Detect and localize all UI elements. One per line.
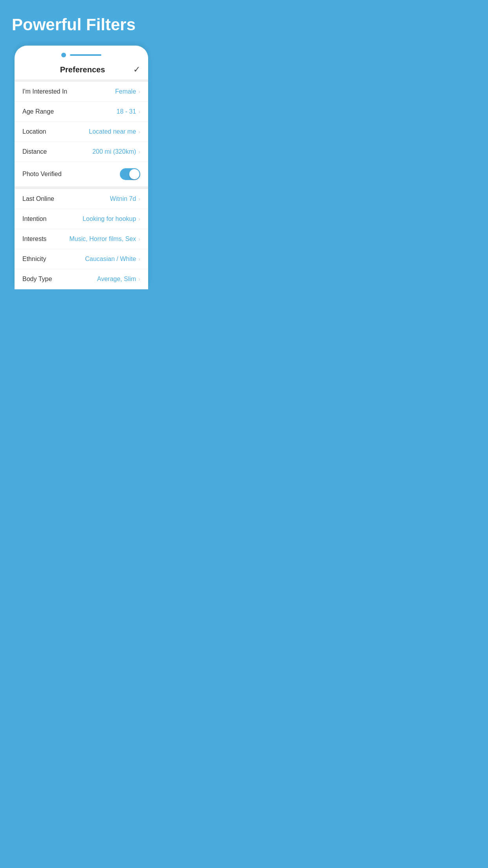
photo-verified-toggle[interactable]: [120, 168, 140, 180]
pref-value-row-last-online: Witnin 7d ›: [110, 195, 140, 202]
pref-value-last-online: Witnin 7d: [110, 195, 136, 202]
pref-label-age-range: Age Range: [22, 108, 54, 115]
indicator-dot: [61, 53, 66, 57]
pref-label-interests: Interests: [22, 235, 46, 243]
pref-value-row-intention: Looking for hookup ›: [83, 215, 140, 223]
pref-row-interests[interactable]: Interests Music, Horror films, Sex ›: [15, 229, 148, 249]
pref-label-photo-verified: Photo Verified: [22, 171, 62, 178]
pref-value-row-interested-in: Female ›: [115, 88, 140, 95]
pref-value-row-interests: Music, Horror films, Sex ›: [70, 235, 140, 243]
indicator-line: [70, 54, 101, 56]
pref-row-photo-verified[interactable]: Photo Verified: [15, 162, 148, 187]
toggle-container-photo-verified: [120, 168, 140, 180]
pref-row-location[interactable]: Location Located near me ›: [15, 122, 148, 142]
pref-row-last-online[interactable]: Last Online Witnin 7d ›: [15, 189, 148, 209]
chevron-icon-interested-in: ›: [138, 88, 140, 95]
pref-label-last-online: Last Online: [22, 195, 54, 202]
pref-value-location: Located near me: [89, 128, 136, 135]
pref-value-interests: Music, Horror films, Sex: [70, 235, 136, 243]
pref-label-location: Location: [22, 128, 46, 135]
pref-value-row-body-type: Average, Slim ›: [97, 276, 140, 283]
chevron-icon-last-online: ›: [138, 196, 140, 202]
chevron-icon-intention: ›: [138, 216, 140, 222]
pref-row-age-range[interactable]: Age Range 18 - 31 ›: [15, 102, 148, 122]
pref-label-distance: Distance: [22, 148, 47, 155]
pref-row-ethnicity[interactable]: Ethnicity Caucasian / White ›: [15, 249, 148, 269]
chevron-icon-location: ›: [138, 129, 140, 135]
chevron-icon-interests: ›: [138, 236, 140, 242]
indicator-row: [15, 46, 148, 61]
pref-value-distance: 200 mi (320km): [92, 148, 136, 155]
pref-value-row-distance: 200 mi (320km) ›: [92, 148, 140, 155]
pref-label-interested-in: I'm Interested In: [22, 88, 67, 95]
pref-value-intention: Looking for hookup: [83, 215, 136, 223]
preferences-header: Preferences ✓: [15, 61, 148, 79]
chevron-icon-body-type: ›: [138, 276, 140, 282]
pref-label-ethnicity: Ethnicity: [22, 256, 46, 263]
pref-value-body-type: Average, Slim: [97, 276, 136, 283]
checkmark-icon[interactable]: ✓: [133, 64, 140, 75]
pref-row-interested-in[interactable]: I'm Interested In Female ›: [15, 82, 148, 102]
pref-value-row-location: Located near me ›: [89, 128, 140, 135]
pref-row-distance[interactable]: Distance 200 mi (320km) ›: [15, 142, 148, 162]
pref-value-row-ethnicity: Caucasian / White ›: [85, 256, 140, 263]
pref-label-intention: Intention: [22, 215, 46, 223]
pref-label-body-type: Body Type: [22, 276, 52, 283]
chevron-icon-distance: ›: [138, 149, 140, 155]
phone-mockup: Preferences ✓ I'm Interested In Female ›…: [15, 46, 148, 289]
chevron-icon-ethnicity: ›: [138, 256, 140, 262]
pref-row-intention[interactable]: Intention Looking for hookup ›: [15, 209, 148, 229]
pref-value-row-age-range: 18 - 31 ›: [117, 108, 140, 115]
pref-value-age-range: 18 - 31: [117, 108, 136, 115]
preferences-list: I'm Interested In Female › Age Range 18 …: [15, 82, 148, 289]
page-title: Powerful Filters: [0, 0, 163, 42]
preferences-title: Preferences: [32, 65, 133, 74]
pref-value-interested-in: Female: [115, 88, 136, 95]
pref-row-body-type[interactable]: Body Type Average, Slim ›: [15, 269, 148, 289]
pref-value-ethnicity: Caucasian / White: [85, 256, 136, 263]
chevron-icon-age-range: ›: [138, 108, 140, 115]
